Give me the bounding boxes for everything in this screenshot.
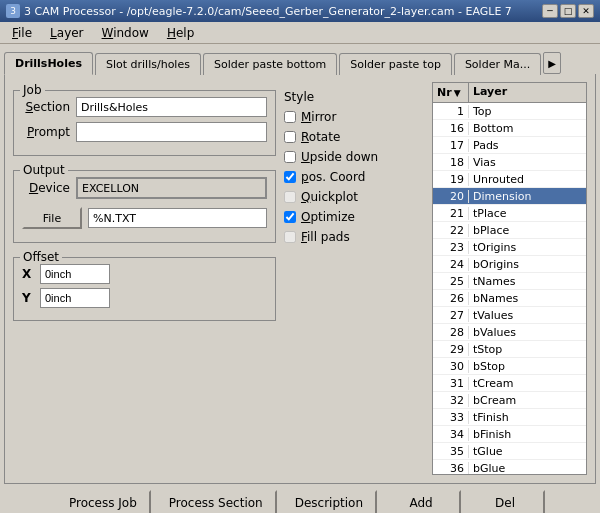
tab-slot-drills[interactable]: Slot drills/holes — [95, 53, 201, 75]
offset-y-input[interactable] — [40, 288, 110, 308]
section-row: Section — [22, 97, 267, 117]
prompt-input[interactable] — [76, 122, 267, 142]
device-label: Device — [22, 181, 70, 195]
poscoord-checkbox[interactable] — [284, 171, 296, 183]
layer-row[interactable]: 17Pads — [433, 137, 586, 154]
layer-row[interactable]: 33tFinish — [433, 409, 586, 426]
file-button[interactable]: File — [22, 207, 82, 229]
minimize-button[interactable]: ─ — [542, 4, 558, 18]
layer-row[interactable]: 23tOrigins — [433, 239, 586, 256]
section-input[interactable] — [76, 97, 267, 117]
layer-row[interactable]: 18Vias — [433, 154, 586, 171]
tab-scroll-arrow[interactable]: ▶ — [543, 52, 561, 74]
layer-row[interactable]: 35tGlue — [433, 443, 586, 460]
rotate-checkbox-row: Rotate — [284, 130, 424, 144]
file-row: File — [22, 207, 267, 229]
device-row: Device EXCELLON GERBER HPGL — [22, 177, 267, 199]
fillpads-checkbox-row: Fill pads — [284, 230, 424, 244]
window-title: 3 CAM Processor - /opt/eagle-7.2.0/cam/S… — [24, 5, 512, 18]
layer-panel: Nr ▼ Layer 1Top16Bottom17Pads18Vias19Unr… — [432, 82, 587, 475]
layer-row[interactable]: 1Top — [433, 103, 586, 120]
style-panel: Style Mirror Rotate Upside down pos. Coo… — [284, 82, 424, 475]
fillpads-label: Fill pads — [301, 230, 350, 244]
layer-col-nr[interactable]: Nr ▼ — [433, 83, 469, 102]
tab-solder-paste-top[interactable]: Solder paste top — [339, 53, 452, 75]
layer-row[interactable]: 30bStop — [433, 358, 586, 375]
process-section-button[interactable]: Process Section — [155, 490, 277, 513]
poscoord-checkbox-row: pos. Coord — [284, 170, 424, 184]
optimize-checkbox[interactable] — [284, 211, 296, 223]
left-panel: Job Section Prompt Output Device EXCELLO… — [13, 82, 276, 475]
layer-list[interactable]: 1Top16Bottom17Pads18Vias19Unrouted20Dime… — [433, 103, 586, 474]
action-bar: Process Job Process Section Description … — [0, 484, 600, 513]
prompt-row: Prompt — [22, 122, 267, 142]
poscoord-label: pos. Coord — [301, 170, 365, 184]
maximize-button[interactable]: □ — [560, 4, 576, 18]
description-button[interactable]: Description — [281, 490, 377, 513]
layer-row[interactable]: 34bFinish — [433, 426, 586, 443]
layer-row[interactable]: 28bValues — [433, 324, 586, 341]
layer-row[interactable]: 32bCream — [433, 392, 586, 409]
layer-row[interactable]: 27tValues — [433, 307, 586, 324]
upsidedown-label: Upside down — [301, 150, 378, 164]
menu-help[interactable]: Help — [159, 24, 202, 42]
section-label: Section — [22, 100, 70, 114]
layer-row[interactable]: 22bPlace — [433, 222, 586, 239]
layer-row[interactable]: 20Dimension — [433, 188, 586, 205]
quickplot-checkbox[interactable] — [284, 191, 296, 203]
rotate-label: Rotate — [301, 130, 340, 144]
layer-row[interactable]: 29tStop — [433, 341, 586, 358]
mirror-checkbox-row: Mirror — [284, 110, 424, 124]
menu-layer[interactable]: Layer — [42, 24, 91, 42]
layer-row[interactable]: 24bOrigins — [433, 256, 586, 273]
menu-file[interactable]: File — [4, 24, 40, 42]
menu-bar: File Layer Window Help — [0, 22, 600, 44]
style-title: Style — [284, 90, 424, 104]
layer-col-layer: Layer — [469, 83, 586, 102]
offset-y-row: Y — [22, 288, 267, 308]
layer-row[interactable]: 21tPlace — [433, 205, 586, 222]
tab-solder-paste-bottom[interactable]: Solder paste bottom — [203, 53, 337, 75]
device-select-wrapper: EXCELLON GERBER HPGL — [76, 177, 267, 199]
layer-header: Nr ▼ Layer — [433, 83, 586, 103]
layer-row[interactable]: 25tNames — [433, 273, 586, 290]
layer-row[interactable]: 26bNames — [433, 290, 586, 307]
mirror-checkbox[interactable] — [284, 111, 296, 123]
offset-x-label: X — [22, 267, 34, 281]
output-group: Output Device EXCELLON GERBER HPGL File — [13, 170, 276, 243]
layer-row[interactable]: 36bGlue — [433, 460, 586, 474]
offset-group-label: Offset — [20, 250, 62, 264]
upsidedown-checkbox-row: Upside down — [284, 150, 424, 164]
layer-row[interactable]: 19Unrouted — [433, 171, 586, 188]
del-button[interactable]: Del — [465, 490, 545, 513]
menu-window[interactable]: Window — [94, 24, 157, 42]
device-select[interactable]: EXCELLON GERBER HPGL — [76, 177, 267, 199]
prompt-label: Prompt — [22, 125, 70, 139]
process-job-button[interactable]: Process Job — [55, 490, 151, 513]
close-button[interactable]: ✕ — [578, 4, 594, 18]
tab-solder-mask[interactable]: Solder Ma... — [454, 53, 541, 75]
fillpads-checkbox[interactable] — [284, 231, 296, 243]
file-input[interactable] — [88, 208, 267, 228]
quickplot-checkbox-row: Quickplot — [284, 190, 424, 204]
offset-x-input[interactable] — [40, 264, 110, 284]
job-group: Job Section Prompt — [13, 90, 276, 156]
title-bar: 3 3 CAM Processor - /opt/eagle-7.2.0/cam… — [0, 0, 600, 22]
quickplot-label: Quickplot — [301, 190, 358, 204]
app-icon: 3 — [6, 4, 20, 18]
tab-bar: DrillsHoles Slot drills/holes Solder pas… — [0, 44, 600, 74]
title-bar-buttons: ─ □ ✕ — [542, 4, 594, 18]
add-button[interactable]: Add — [381, 490, 461, 513]
offset-x-row: X — [22, 264, 267, 284]
optimize-label: Optimize — [301, 210, 355, 224]
layer-row[interactable]: 16Bottom — [433, 120, 586, 137]
upsidedown-checkbox[interactable] — [284, 151, 296, 163]
layer-row[interactable]: 31tCream — [433, 375, 586, 392]
mirror-label: Mirror — [301, 110, 336, 124]
offset-y-label: Y — [22, 291, 34, 305]
tab-drillsholes[interactable]: DrillsHoles — [4, 52, 93, 75]
optimize-checkbox-row: Optimize — [284, 210, 424, 224]
job-group-label: Job — [20, 83, 45, 97]
rotate-checkbox[interactable] — [284, 131, 296, 143]
offset-group: Offset X Y — [13, 257, 276, 321]
